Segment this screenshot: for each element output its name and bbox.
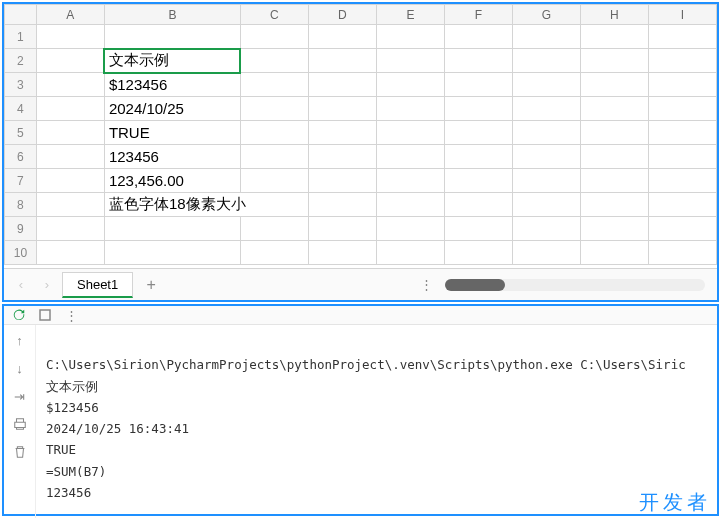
cell[interactable] [376,169,444,193]
row-header[interactable]: 8 [5,193,37,217]
cell[interactable] [376,241,444,265]
soft-wrap-icon[interactable]: ⇥ [11,387,29,405]
cell[interactable] [308,169,376,193]
cell[interactable] [376,25,444,49]
col-header[interactable]: E [376,5,444,25]
col-header[interactable]: H [580,5,648,25]
rerun-icon[interactable] [10,306,28,324]
cell[interactable] [240,217,308,241]
cell[interactable] [36,193,104,217]
cell[interactable] [580,193,648,217]
col-header[interactable]: D [308,5,376,25]
cell[interactable] [648,25,716,49]
cell[interactable] [512,25,580,49]
cell[interactable] [308,25,376,49]
cell[interactable] [240,241,308,265]
cell[interactable] [444,121,512,145]
cell[interactable] [648,97,716,121]
cell[interactable] [580,241,648,265]
cell[interactable] [512,97,580,121]
row-header[interactable]: 9 [5,217,37,241]
cell[interactable] [512,193,580,217]
cell[interactable] [444,145,512,169]
cell[interactable] [444,217,512,241]
cell-B2[interactable]: 文本示例 [104,49,240,73]
cell[interactable] [308,49,376,73]
cell[interactable] [512,145,580,169]
cell-B6[interactable]: 123456 [104,145,240,169]
cell[interactable] [580,217,648,241]
cell[interactable] [308,97,376,121]
print-icon[interactable] [11,415,29,433]
corner-cell[interactable] [5,5,37,25]
cell[interactable] [240,97,308,121]
cell[interactable] [512,49,580,73]
cell[interactable] [36,169,104,193]
cell[interactable] [580,169,648,193]
cell[interactable] [308,217,376,241]
cell[interactable] [648,73,716,97]
cell[interactable] [444,25,512,49]
cell[interactable] [376,97,444,121]
cell[interactable] [648,121,716,145]
cell[interactable] [444,97,512,121]
cell[interactable] [36,97,104,121]
cell[interactable] [512,241,580,265]
col-header[interactable]: G [512,5,580,25]
cell[interactable] [240,25,308,49]
cell[interactable] [444,193,512,217]
cell[interactable] [308,121,376,145]
cell[interactable] [36,241,104,265]
row-header[interactable]: 5 [5,121,37,145]
cell[interactable] [240,121,308,145]
cell[interactable] [648,241,716,265]
cell[interactable] [36,49,104,73]
cell[interactable] [376,145,444,169]
cell[interactable] [580,49,648,73]
step-down-icon[interactable]: ↓ [11,359,29,377]
cell[interactable] [104,217,240,241]
col-header[interactable]: B [104,5,240,25]
console-output[interactable]: C:\Users\Sirion\PycharmProjects\pythonPr… [36,325,717,518]
cell[interactable] [104,241,240,265]
row-header[interactable]: 6 [5,145,37,169]
cell-B4[interactable]: 2024/10/25 [104,97,240,121]
cell[interactable] [580,97,648,121]
cell[interactable] [240,169,308,193]
row-header[interactable]: 10 [5,241,37,265]
cell[interactable] [648,49,716,73]
cell[interactable] [512,169,580,193]
cell[interactable] [376,49,444,73]
cell[interactable] [444,73,512,97]
cell[interactable] [648,217,716,241]
col-header[interactable]: C [240,5,308,25]
add-sheet-button[interactable]: + [137,273,165,297]
cell[interactable] [36,217,104,241]
cell[interactable] [376,121,444,145]
next-sheet-button[interactable]: › [36,274,58,296]
cell-B8[interactable]: 蓝色字体18像素大小 [104,193,308,217]
cell[interactable] [444,49,512,73]
cell[interactable] [648,193,716,217]
stop-icon[interactable] [36,306,54,324]
col-header[interactable]: F [444,5,512,25]
cell[interactable] [308,241,376,265]
horizontal-scrollbar[interactable] [445,279,705,291]
cell[interactable] [104,25,240,49]
cell[interactable] [376,217,444,241]
cell[interactable] [512,73,580,97]
cell-B5[interactable]: TRUE [104,121,240,145]
cell[interactable] [444,241,512,265]
cell[interactable] [240,145,308,169]
cell[interactable] [376,73,444,97]
step-up-icon[interactable]: ↑ [11,331,29,349]
cell[interactable] [36,121,104,145]
row-header[interactable]: 7 [5,169,37,193]
cell-B3[interactable]: $123456 [104,73,240,97]
cell-B7[interactable]: 123,456.00 [104,169,240,193]
row-header[interactable]: 3 [5,73,37,97]
cell[interactable] [512,121,580,145]
cell[interactable] [308,73,376,97]
col-header[interactable]: A [36,5,104,25]
cell[interactable] [36,25,104,49]
